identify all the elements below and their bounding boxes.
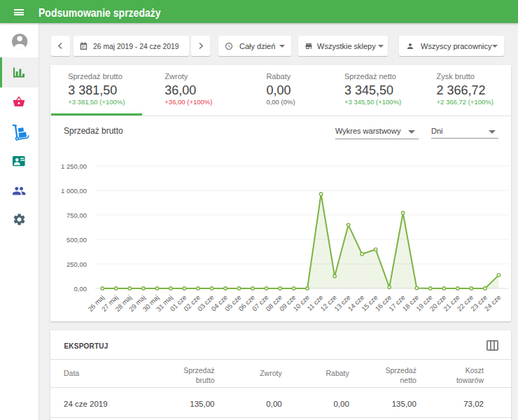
svg-text:1 000,00: 1 000,00 <box>61 187 87 195</box>
svg-text:0,00: 0,00 <box>74 285 88 293</box>
svg-text:1 250,00: 1 250,00 <box>61 162 87 170</box>
svg-text:750,00: 750,00 <box>66 211 87 219</box>
svg-text:250,00: 250,00 <box>66 260 87 268</box>
svg-text:500,00: 500,00 <box>66 236 87 244</box>
